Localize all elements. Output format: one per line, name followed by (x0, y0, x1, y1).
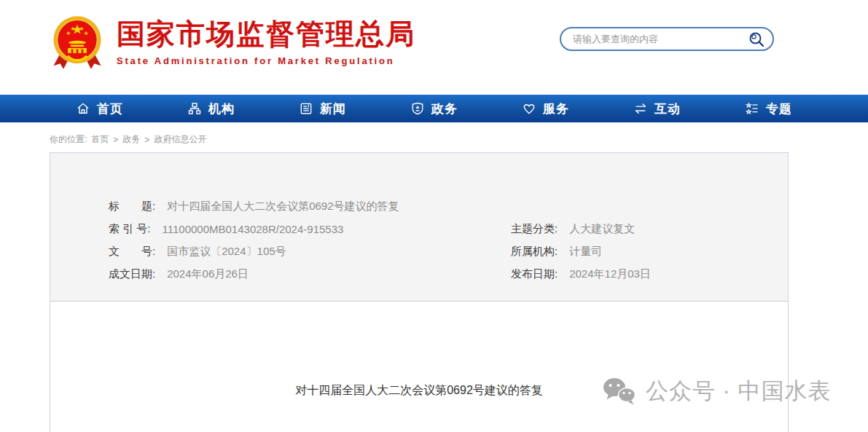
meta-value-title: 对十四届全国人大二次会议第0692号建议的答复 (167, 200, 399, 213)
meta-label-topic-category: 主题分类: (511, 222, 558, 236)
search-box[interactable] (560, 27, 774, 51)
meta-row: 文 号: 国市监议〔2024〕105号 所属机构: 计量司 (50, 240, 788, 263)
breadcrumb: 你的位置: 首页 > 政务 > 政府信息公开 (50, 133, 206, 146)
meta-row: 成文日期: 2024年06月26日 发布日期: 2024年12月03日 (50, 263, 788, 286)
nav-label: 政务 (431, 101, 458, 117)
breadcrumb-separator: > (113, 135, 118, 145)
national-emblem-logo (52, 14, 102, 71)
meta-cell: 所属机构: 计量司 (511, 245, 602, 259)
interact-arrows-icon (633, 101, 648, 116)
meta-cell: 成文日期: 2024年06月26日 (109, 267, 511, 281)
meta-cell: 标 题: 对十四届全国人大二次会议第0692号建议的答复 (109, 200, 399, 213)
search-icon[interactable] (748, 31, 765, 48)
meta-value-written-date: 2024年06月26日 (167, 267, 249, 281)
topics-stars-icon (745, 101, 759, 116)
nav-item-home[interactable]: 首页 (76, 101, 123, 117)
breadcrumb-separator: > (144, 135, 149, 145)
site-title: 国家市场监督管理总局 (117, 19, 415, 50)
news-icon (299, 101, 313, 116)
nav-item-news[interactable]: 新闻 (299, 101, 346, 117)
meta-row-title: 标 题: 对十四届全国人大二次会议第0692号建议的答复 (50, 195, 788, 218)
site-header: 国家市场监督管理总局 State Administration for Mark… (0, 0, 868, 95)
breadcrumb-info-disclosure[interactable]: 政府信息公开 (154, 133, 206, 146)
meta-label-index-number: 索 引 号: (109, 222, 151, 236)
nav-item-gov[interactable]: 政务 (410, 101, 458, 117)
document-title: 对十四届全国人大二次会议第0692号建议的答复 (50, 383, 788, 398)
meta-label-written-date: 成文日期: (109, 267, 155, 281)
meta-label-publish-date: 发布日期: (511, 267, 558, 281)
meta-value-doc-number: 国市监议〔2024〕105号 (167, 245, 286, 259)
nav-item-service[interactable]: 服务 (522, 101, 569, 117)
breadcrumb-prefix: 你的位置: (50, 133, 87, 146)
search-input[interactable] (561, 34, 748, 44)
nav-item-org[interactable]: 机构 (187, 101, 235, 117)
meta-label-doc-number: 文 号: (109, 245, 155, 259)
nav-label: 新闻 (320, 101, 346, 117)
meta-value-publish-date: 2024年12月03日 (569, 267, 651, 281)
meta-label-title: 标 题: (109, 200, 155, 213)
meta-label-issuing-org: 所属机构: (511, 245, 558, 259)
nav-label: 首页 (97, 101, 123, 117)
meta-value-topic-category: 人大建议复文 (569, 222, 635, 236)
nav-label: 机构 (208, 101, 235, 117)
nav-item-topics[interactable]: 专题 (745, 101, 792, 117)
service-heart-icon (522, 101, 536, 116)
meta-row: 索 引 号: 11100000MB0143028R/2024-915533 主题… (50, 218, 788, 240)
nav-item-interact[interactable]: 互动 (633, 101, 681, 117)
meta-cell: 文 号: 国市监议〔2024〕105号 (109, 245, 511, 259)
nav-label: 服务 (543, 101, 569, 117)
site-subtitle: State Administration for Market Regulati… (117, 55, 415, 66)
national-emblem-icon (52, 14, 102, 71)
breadcrumb-gov[interactable]: 政务 (122, 133, 140, 146)
document-meta-box: 标 题: 对十四届全国人大二次会议第0692号建议的答复 索 引 号: 1110… (50, 152, 789, 302)
meta-cell: 主题分类: 人大建议复文 (511, 222, 635, 236)
nav-label: 互动 (654, 101, 681, 117)
meta-cell: 发布日期: 2024年12月03日 (511, 267, 651, 281)
home-icon (76, 101, 90, 116)
meta-value-index-number: 11100000MB0143028R/2024-915533 (163, 223, 344, 235)
meta-cell: 索 引 号: 11100000MB0143028R/2024-915533 (109, 222, 511, 236)
org-icon (187, 101, 202, 116)
document-content-box: 对十四届全国人大二次会议第0692号建议的答复 (50, 302, 789, 432)
breadcrumb-home[interactable]: 首页 (91, 133, 109, 146)
gov-icon (410, 101, 425, 116)
main-nav: 首页 机构 新闻 政务 服务 (0, 95, 868, 122)
meta-value-issuing-org: 计量司 (569, 245, 602, 259)
site-titles: 国家市场监督管理总局 State Administration for Mark… (117, 19, 415, 66)
nav-label: 专题 (766, 101, 792, 117)
